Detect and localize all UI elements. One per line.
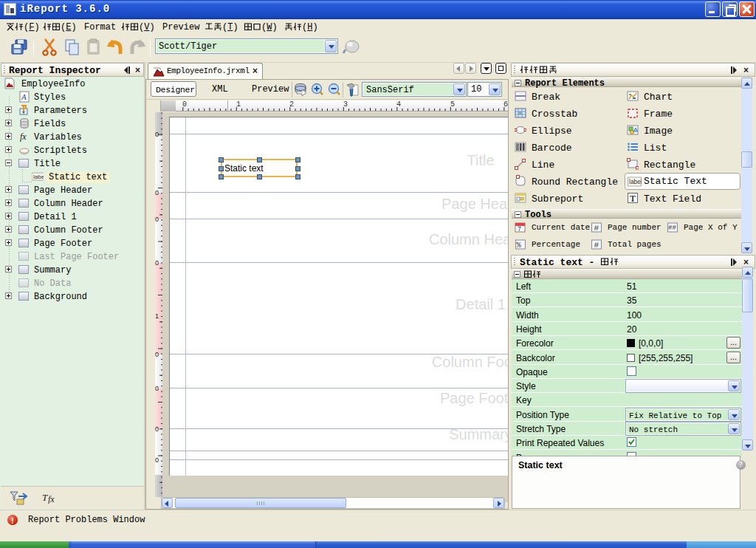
svg-text:0: 0 xyxy=(155,385,159,392)
svg-text:0: 0 xyxy=(155,351,159,358)
svg-text:0: 0 xyxy=(155,259,159,267)
svg-text:1: 1 xyxy=(155,312,159,320)
svg-text:label: label xyxy=(33,174,44,180)
svg-text:0: 0 xyxy=(155,456,159,464)
svg-text:0: 0 xyxy=(155,425,159,433)
svg-text:T: T xyxy=(42,492,48,503)
svg-text:0: 0 xyxy=(155,189,159,196)
svg-text:0: 0 xyxy=(155,131,159,138)
svg-text:A: A xyxy=(21,92,27,101)
svg-text:##: ## xyxy=(668,225,676,232)
svg-text:7: 7 xyxy=(518,225,521,233)
svg-text:0: 0 xyxy=(155,216,159,223)
svg-text:%: % xyxy=(517,242,521,250)
svg-text:T: T xyxy=(630,193,636,204)
svg-text:fx: fx xyxy=(48,494,55,504)
svg-text:#: # xyxy=(594,224,599,233)
svg-text:#: # xyxy=(594,241,599,250)
svg-text:fx: fx xyxy=(20,131,27,142)
svg-text:label: label xyxy=(629,178,642,185)
